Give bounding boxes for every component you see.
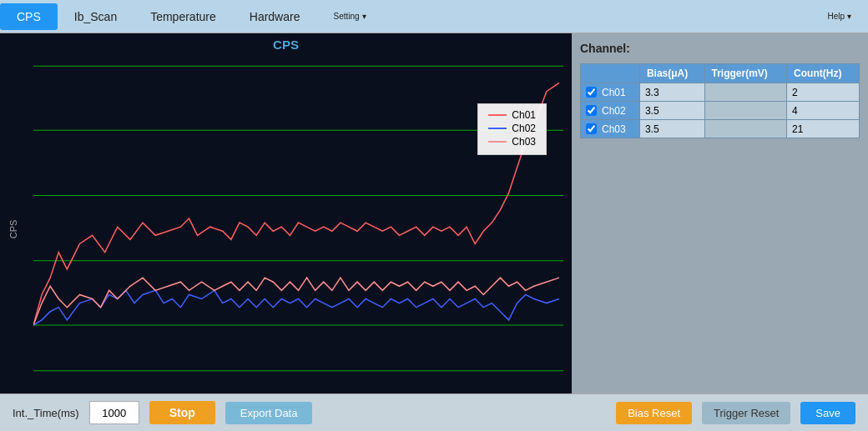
tab-ib-scan[interactable]: Ib_Scan — [58, 3, 134, 30]
export-data-button[interactable]: Export Data — [225, 402, 313, 424]
chart-container: CPS 25 20 15 10 5 0 15:28:40 — [0, 53, 572, 404]
legend-ch03-line — [488, 141, 507, 143]
right-panel: Channel: Bias(μA) Trigger(mV) Count(Hz) … — [572, 33, 868, 393]
legend-ch02-label: Ch02 — [512, 123, 536, 134]
bias-cell-Ch01: 3.3 — [639, 83, 704, 102]
chart-legend: Ch01 Ch02 Ch03 — [477, 103, 547, 155]
table-row: Ch033.521 — [581, 120, 860, 138]
channel-section-label: Channel: — [580, 42, 860, 55]
bias-cell-Ch03: 3.5 — [639, 120, 704, 138]
trigger-cell-Ch03[interactable] — [704, 120, 787, 138]
table-row: Ch013.32 — [581, 83, 860, 102]
int-time-label: Int._Time(ms) — [13, 407, 79, 419]
trigger-cell-Ch02[interactable] — [704, 102, 787, 120]
legend-ch01: Ch01 — [488, 109, 536, 121]
top-navigation: CPS Ib_Scan Temperature Hardware Setting… — [0, 0, 868, 33]
legend-ch02-line — [488, 128, 507, 129]
tab-hardware[interactable]: Hardware — [233, 3, 317, 30]
table-row: Ch023.54 — [581, 102, 860, 120]
bias-reset-button[interactable]: Bias Reset — [616, 402, 692, 424]
col-header-bias: Bias(μA) — [639, 64, 704, 83]
legend-ch01-line — [488, 114, 507, 116]
col-header-trigger: Trigger(mV) — [704, 64, 787, 83]
trigger-reset-button[interactable]: Trigger Reset — [702, 402, 790, 424]
setting-dropdown-icon: ▾ — [362, 12, 366, 21]
channel-checkbox-Ch01[interactable]: Ch01 — [581, 83, 640, 102]
save-button[interactable]: Save — [800, 402, 855, 424]
legend-ch03-label: Ch03 — [512, 136, 536, 148]
channel-table: Bias(μA) Trigger(mV) Count(Hz) Ch013.32C… — [580, 63, 860, 138]
ch-checkbox[interactable] — [586, 123, 597, 134]
ch-checkbox[interactable] — [586, 87, 597, 98]
count-cell-Ch02: 4 — [787, 102, 860, 120]
legend-ch01-label: Ch01 — [512, 109, 536, 121]
chart-area: CPS CPS 25 20 15 10 5 0 1 — [0, 33, 572, 393]
stop-button[interactable]: Stop — [149, 401, 215, 424]
tab-cps[interactable]: CPS — [0, 3, 58, 30]
col-header-count: Count(Hz) — [787, 64, 860, 83]
count-cell-Ch01: 2 — [787, 83, 860, 102]
y-axis-label: CPS — [8, 219, 18, 238]
channel-checkbox-Ch03[interactable]: Ch03 — [581, 120, 640, 138]
trigger-input[interactable] — [710, 86, 760, 98]
chart-title: CPS — [0, 33, 572, 53]
tab-temperature[interactable]: Temperature — [134, 3, 233, 30]
count-cell-Ch03: 21 — [787, 120, 860, 138]
trigger-cell-Ch01[interactable] — [704, 83, 787, 102]
tab-help[interactable]: Help ▾ — [810, 5, 868, 28]
ch-checkbox[interactable] — [586, 105, 597, 116]
tab-setting[interactable]: Setting ▾ — [316, 5, 382, 28]
main-layout: CPS CPS 25 20 15 10 5 0 1 — [0, 33, 868, 393]
channel-checkbox-Ch02[interactable]: Ch02 — [581, 102, 640, 120]
legend-ch02: Ch02 — [488, 123, 536, 134]
help-dropdown-icon: ▾ — [847, 12, 851, 21]
int-time-input[interactable] — [89, 401, 139, 424]
trigger-input[interactable] — [710, 104, 760, 117]
legend-ch03: Ch03 — [488, 136, 536, 148]
col-header-name — [581, 64, 640, 83]
bias-cell-Ch02: 3.5 — [639, 102, 704, 120]
trigger-input[interactable] — [710, 123, 760, 135]
